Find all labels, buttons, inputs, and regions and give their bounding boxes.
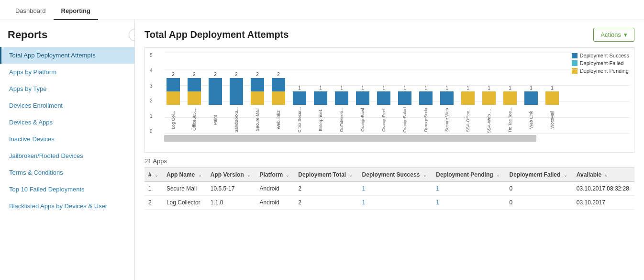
table-column-header[interactable]: App Version ⌄ bbox=[207, 168, 256, 182]
table-column-header[interactable]: Platform ⌄ bbox=[255, 168, 294, 182]
table-column-header[interactable]: Available ⌄ bbox=[573, 168, 634, 182]
sidebar-item-4[interactable]: Devices & Apps bbox=[0, 114, 134, 131]
sidebar-item-6[interactable]: Jailbroken/Rooted Devices bbox=[0, 147, 134, 164]
bar-name-label: SandBox-S... bbox=[234, 107, 239, 133]
bar-group[interactable]: 2Web link2 bbox=[269, 72, 288, 133]
table-cell[interactable]: 1 bbox=[358, 182, 433, 196]
bar-stack bbox=[461, 91, 475, 105]
sort-icon: ⌄ bbox=[198, 173, 202, 178]
actions-button[interactable]: Actions ▾ bbox=[593, 28, 634, 42]
sort-icon: ⌄ bbox=[423, 173, 427, 178]
sidebar-item-7[interactable]: Terms & Conditions bbox=[0, 164, 134, 181]
bar-success-segment bbox=[440, 91, 454, 105]
bar-group[interactable]: 2Paint bbox=[206, 72, 224, 133]
bar-total-label: 2 bbox=[172, 72, 175, 77]
bar-group[interactable]: 1WorxMail bbox=[543, 85, 561, 133]
bar-group[interactable]: 1Citrix Secur... bbox=[290, 85, 309, 133]
tab-dashboard[interactable]: Dashboard bbox=[8, 2, 54, 20]
chart-scrollbar[interactable] bbox=[164, 135, 536, 142]
bar-group[interactable]: 1Secure Web bbox=[438, 85, 456, 133]
chart-inner: 012345 2Log Col...2Office365...2Paint2Sa… bbox=[164, 53, 629, 134]
table-cell: 2 bbox=[144, 196, 163, 210]
bar-stack bbox=[293, 91, 306, 105]
bar-success-segment bbox=[398, 91, 411, 105]
sidebar-item-3[interactable]: Devices Enrollment bbox=[0, 97, 134, 114]
y-axis-label: 4 bbox=[150, 68, 153, 73]
bar-total-label: 1 bbox=[530, 85, 533, 90]
sidebar-item-0[interactable]: Total App Deployment Attempts bbox=[0, 47, 134, 64]
bar-group[interactable]: 1Web Link bbox=[522, 85, 540, 133]
bar-group[interactable]: 1OrangePeel bbox=[375, 85, 393, 133]
bar-stack bbox=[377, 91, 390, 105]
bar-group[interactable]: 1OrangeSoda bbox=[417, 85, 435, 133]
bar-stack bbox=[209, 78, 222, 105]
content-area: Total App Deployment Attempts Actions ▾ … bbox=[135, 20, 644, 280]
bar-group[interactable]: 1OrangeBowl bbox=[354, 85, 372, 133]
bar-group[interactable]: 1GoToMeeti... bbox=[333, 85, 351, 133]
bar-name-label: Secure Mail bbox=[255, 107, 260, 133]
bar-success-segment bbox=[335, 91, 348, 105]
bar-stack bbox=[398, 91, 411, 105]
bar-total-label: 1 bbox=[488, 85, 490, 90]
bar-name-label: Paint bbox=[213, 107, 218, 133]
sort-icon: ⌄ bbox=[349, 173, 353, 178]
bar-success-segment bbox=[377, 91, 390, 105]
bars-wrapper[interactable]: 2Log Col...2Office365...2Paint2SandBox-S… bbox=[164, 53, 561, 134]
sort-icon: ⌄ bbox=[564, 173, 567, 178]
table-column-header[interactable]: # ⌄ bbox=[144, 168, 163, 182]
bar-group[interactable]: 1OrangeSalad bbox=[396, 85, 414, 133]
bar-group[interactable]: 1SSA-Web Li... bbox=[480, 85, 498, 133]
bar-total-label: 2 bbox=[214, 72, 217, 77]
table-cell[interactable]: Secure Mail bbox=[163, 182, 207, 196]
bar-total-label: 1 bbox=[298, 85, 301, 90]
main-layout: Reports ‹ Total App Deployment AttemptsA… bbox=[0, 20, 644, 280]
bar-group[interactable]: 1Enterprise1 bbox=[311, 85, 330, 133]
sidebar-item-8[interactable]: Top 10 Failed Deployments bbox=[0, 181, 134, 198]
bar-group[interactable]: 1SSA-Office... bbox=[459, 85, 477, 133]
table-column-header[interactable]: Deployment Total ⌄ bbox=[294, 168, 358, 182]
apps-count: 21 Apps bbox=[144, 157, 634, 165]
bar-total-label: 1 bbox=[551, 85, 554, 90]
data-table: # ⌄App Name ⌄App Version ⌄Platform ⌄Depl… bbox=[144, 168, 634, 210]
table-cell[interactable]: Log Collector bbox=[163, 196, 207, 210]
bar-success-segment bbox=[356, 91, 369, 105]
table-cell: 0 bbox=[506, 196, 573, 210]
tab-reporting[interactable]: Reporting bbox=[54, 2, 98, 20]
table-column-header[interactable]: App Name ⌄ bbox=[163, 168, 207, 182]
bar-total-label: 1 bbox=[424, 85, 427, 90]
bar-name-label: Enterprise1 bbox=[318, 107, 323, 133]
bar-success-segment bbox=[209, 78, 222, 105]
bar-stack bbox=[272, 78, 285, 105]
bar-total-label: 2 bbox=[256, 72, 259, 77]
bar-group[interactable]: 2SandBox-S... bbox=[227, 72, 245, 133]
table-column-header[interactable]: Deployment Success ⌄ bbox=[358, 168, 433, 182]
table-cell: 1.1.0 bbox=[207, 196, 256, 210]
table-cell[interactable]: 1 bbox=[432, 182, 505, 196]
table-cell[interactable]: 1 bbox=[432, 196, 505, 210]
bar-name-label: Log Col... bbox=[171, 107, 176, 133]
table-column-header[interactable]: Deployment Pending ⌄ bbox=[432, 168, 505, 182]
chevron-down-icon: ▾ bbox=[624, 31, 627, 38]
bar-stack bbox=[440, 91, 454, 105]
bar-name-label: Tic Tac Toe... bbox=[508, 107, 512, 133]
bar-name-label: OrangeSalad bbox=[402, 107, 407, 133]
bar-stack bbox=[188, 78, 201, 105]
bar-group[interactable]: 1Tic Tac Toe... bbox=[501, 85, 519, 133]
sidebar: Reports ‹ Total App Deployment AttemptsA… bbox=[0, 20, 135, 280]
sidebar-title: Reports bbox=[0, 20, 134, 47]
sidebar-item-1[interactable]: Apps by Platform bbox=[0, 64, 134, 80]
bar-group[interactable]: 2Secure Mail bbox=[248, 72, 266, 133]
bar-group[interactable]: 2Office365... bbox=[185, 72, 203, 133]
sidebar-item-2[interactable]: Apps by Type bbox=[0, 80, 134, 97]
sort-icon: ⌄ bbox=[496, 173, 500, 178]
sidebar-item-9[interactable]: Blacklisted Apps by Devices & User bbox=[0, 198, 134, 214]
table-column-header[interactable]: Deployment Failed ⌄ bbox=[506, 168, 573, 182]
bar-stack bbox=[482, 91, 496, 105]
table-cell[interactable]: 1 bbox=[358, 196, 433, 210]
bar-stack bbox=[230, 78, 243, 105]
bar-total-label: 1 bbox=[445, 85, 448, 90]
bar-stack bbox=[524, 91, 538, 105]
bar-total-label: 1 bbox=[382, 85, 385, 90]
sidebar-item-5[interactable]: Inactive Devices bbox=[0, 131, 134, 147]
bar-group[interactable]: 2Log Col... bbox=[164, 72, 182, 133]
